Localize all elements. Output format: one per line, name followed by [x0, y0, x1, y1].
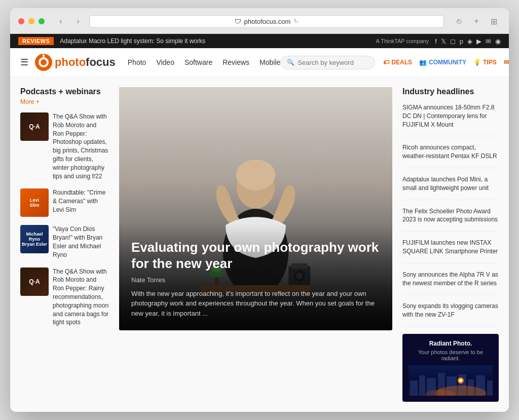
svg-point-29 — [459, 379, 462, 382]
podcast-info-2: Roundtable: "Crime & Cameras" with Levi … — [53, 188, 109, 214]
search-input[interactable] — [298, 59, 368, 66]
nav-software[interactable]: Software — [184, 58, 212, 66]
community-link[interactable]: 👥 COMMUNITY — [419, 59, 466, 66]
logo[interactable]: photofocus — [34, 53, 116, 71]
grid-button[interactable]: ⊞ — [487, 14, 501, 28]
browser-titlebar: ‹ › 🛡 photofocus.com ↻ ⎋ + ⊞ — [10, 8, 509, 34]
share-button[interactable]: ⎋ — [452, 14, 466, 28]
hamburger-menu[interactable]: ☰ — [20, 57, 28, 68]
logo-icon — [34, 53, 53, 71]
email-icon[interactable]: ✉ — [486, 37, 491, 45]
headline-4[interactable]: The Felix Schoeller Photo Award 2023 is … — [402, 207, 499, 232]
headline-3[interactable]: Adaptalux launches Pod Mini, a small and… — [402, 175, 499, 200]
tips-icon: 💡 — [473, 59, 481, 66]
company-text: A ThinkTAP company — [376, 38, 429, 44]
podcast-thumb-1: Q·A — [20, 112, 49, 141]
podcast-title-1: The Q&A Show with Rob Moroto and Ron Pep… — [53, 112, 109, 180]
back-button[interactable]: ‹ — [54, 14, 68, 28]
headline-6[interactable]: Sony announces the Alpha 7R V as the new… — [402, 271, 499, 295]
deals-link[interactable]: 🏷 DEALS — [383, 59, 412, 66]
hero-article[interactable]: Evaluating your own photography work for… — [119, 87, 392, 330]
community-icon: 👥 — [419, 59, 427, 66]
podcast-info-3: "Vaya Con Dios Bryan!" with Bryan Esler … — [53, 225, 109, 259]
social-icons: f 𝕏 ◻ p ◈ ▶ ✉ ◉ — [435, 37, 501, 45]
facebook-icon[interactable]: f — [435, 37, 437, 45]
new-tab-button[interactable]: + — [469, 14, 484, 28]
ad-title: Radiant Photo. — [409, 340, 493, 347]
maximize-button[interactable] — [39, 18, 45, 24]
podcast-info-4: The Q&A Show with Rob Moroto and Ron Pep… — [53, 268, 109, 327]
rss-icon[interactable]: ◈ — [467, 37, 472, 45]
close-button[interactable] — [18, 18, 24, 24]
hero-author: Nate Torres — [131, 276, 380, 284]
ticker-text: Adaptalux Macro LED light system: So sim… — [60, 37, 205, 45]
sidebar-more[interactable]: More + — [20, 98, 109, 105]
search-icon: 🔍 — [287, 59, 294, 66]
ad-subtitle: Your photos deserve to be radiant. — [409, 349, 493, 361]
nav-links: Photo Video Software Reviews Mobile — [128, 58, 281, 66]
main-nav: ☰ photofocus Photo Video Software Review… — [10, 48, 509, 77]
podcast-title-4: The Q&A Show with Rob Moroto and Ron Pep… — [53, 268, 109, 327]
podcast-title-2: Roundtable: "Crime & Cameras" with Levi … — [53, 188, 109, 214]
tips-link[interactable]: 💡 TIPS — [473, 59, 497, 66]
industry-title: Industry headlines — [402, 87, 499, 96]
ad-banner[interactable]: Radiant Photo. Your photos deserve to be… — [402, 334, 499, 402]
hero-title: Evaluating your own photography work for… — [131, 239, 380, 272]
nav-photo[interactable]: Photo — [128, 58, 146, 66]
browser-window: ‹ › 🛡 photofocus.com ↻ ⎋ + ⊞ REVIEWS Ada… — [10, 8, 509, 412]
instagram-icon[interactable]: ◻ — [450, 37, 456, 45]
svg-point-2 — [41, 59, 47, 65]
headline-1[interactable]: SIGMA announces 18-50mm F2.8 DC DN | Con… — [402, 103, 499, 136]
nav-video[interactable]: Video — [156, 58, 174, 66]
nav-reviews[interactable]: Reviews — [223, 58, 249, 66]
podcast-thumb-3: MichaelRynoBryan Esler — [20, 225, 49, 253]
reviews-badge: REVIEWS — [18, 37, 54, 45]
youtube-icon[interactable]: ▶ — [476, 37, 481, 45]
sidebar-title: Podcasts + webinars — [20, 87, 109, 96]
nav-mobile[interactable]: Mobile — [260, 58, 280, 66]
feed-icon[interactable]: ◉ — [495, 37, 501, 45]
headline-5[interactable]: FUJIFILM launches new INSTAX SQUARE LINK… — [402, 239, 499, 263]
podcast-thumb-4: Q·A — [20, 268, 49, 296]
svg-rect-25 — [487, 380, 493, 396]
tips-label: TIPS — [483, 59, 497, 66]
ticker-bar: REVIEWS Adaptalux Macro LED light system… — [10, 34, 509, 48]
right-sidebar: Industry headlines SIGMA announces 18-50… — [402, 87, 499, 402]
main-content: Evaluating your own photography work for… — [119, 87, 392, 402]
twitter-icon[interactable]: 𝕏 — [441, 37, 446, 45]
logo-text: photofocus — [55, 56, 116, 69]
url-text: photofocus.com — [244, 18, 291, 25]
headline-7[interactable]: Sony expands its vlogging cameras with t… — [402, 302, 499, 327]
community-label: COMMUNITY — [429, 59, 466, 66]
hero-excerpt: With the new year approaching, it's impo… — [131, 289, 380, 319]
nav-extras: 🏷 DEALS 👥 COMMUNITY 💡 TIPS ✉ GET NEWS — [383, 55, 509, 69]
deals-icon: 🏷 — [383, 59, 389, 66]
pinterest-icon[interactable]: p — [460, 37, 463, 45]
lock-icon: 🛡 — [235, 18, 241, 25]
headline-2[interactable]: Ricoh announces compact, weather-resista… — [402, 143, 499, 168]
podcast-item-4[interactable]: Q·A The Q&A Show with Rob Moroto and Ron… — [20, 268, 109, 327]
svg-point-7 — [236, 160, 276, 190]
podcast-item-3[interactable]: MichaelRynoBryan Esler "Vaya Con Dios Br… — [20, 225, 109, 259]
forward-button[interactable]: › — [71, 14, 85, 28]
podcast-item-1[interactable]: Q·A The Q&A Show with Rob Moroto and Ron… — [20, 112, 109, 180]
svg-rect-17 — [410, 380, 418, 396]
getnews-link[interactable]: ✉ GET NEWS — [504, 55, 509, 69]
page-content: Podcasts + webinars More + Q·A The Q&A S… — [10, 77, 509, 412]
search-box[interactable]: 🔍 — [280, 56, 375, 69]
getnews-icon: ✉ — [504, 59, 509, 66]
podcast-title-3: "Vaya Con Dios Bryan!" with Bryan Esler … — [53, 225, 109, 259]
address-bar[interactable]: 🛡 photofocus.com ↻ — [89, 15, 444, 28]
podcast-info-1: The Q&A Show with Rob Moroto and Ron Pep… — [53, 112, 109, 180]
hero-overlay: Evaluating your own photography work for… — [119, 224, 392, 331]
ad-image — [409, 365, 493, 396]
left-sidebar: Podcasts + webinars More + Q·A The Q&A S… — [20, 87, 109, 402]
deals-label: DEALS — [391, 59, 412, 66]
minimize-button[interactable] — [28, 18, 34, 24]
svg-rect-3 — [43, 54, 45, 57]
podcast-item-2[interactable]: LeviSlim Roundtable: "Crime & Cameras" w… — [20, 188, 109, 217]
svg-rect-18 — [419, 375, 425, 396]
refresh-icon: ↻ — [293, 18, 299, 25]
podcast-thumb-2: LeviSlim — [20, 188, 49, 217]
